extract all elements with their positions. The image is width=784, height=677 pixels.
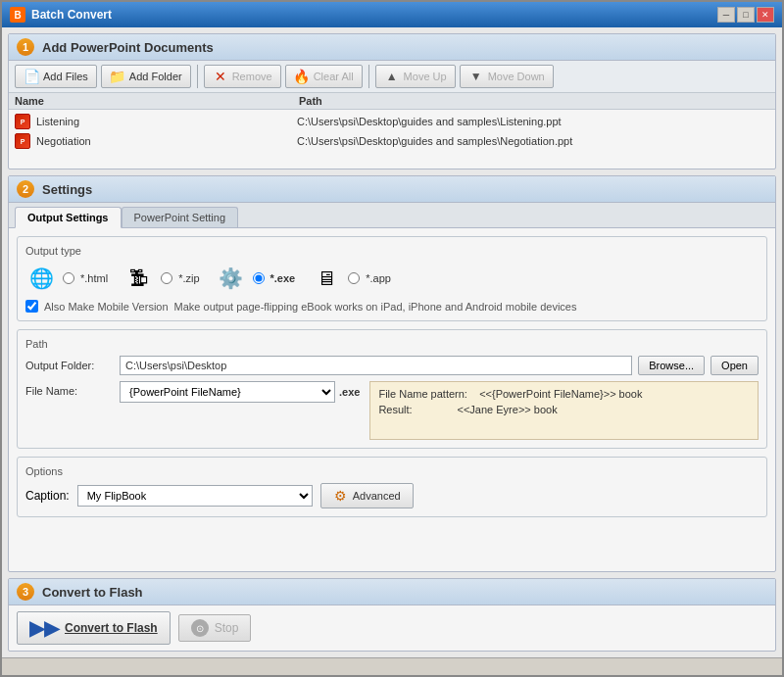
toolbar-separator2 bbox=[368, 65, 369, 88]
title-bar-left: B Batch Convert bbox=[10, 7, 112, 23]
minimize-button[interactable]: ─ bbox=[717, 7, 735, 23]
status-bar bbox=[2, 657, 782, 675]
radio-app-label: *.app bbox=[366, 272, 391, 284]
output-folder-input[interactable] bbox=[120, 356, 632, 375]
table-row[interactable]: P Listening C:\Users\psi\Desktop\guides … bbox=[9, 112, 775, 131]
radio-html[interactable] bbox=[63, 272, 74, 284]
file-list: P Listening C:\Users\psi\Desktop\guides … bbox=[9, 110, 775, 169]
add-folder-button[interactable]: 📁 Add Folder bbox=[101, 65, 191, 88]
col-path-header: Path bbox=[299, 95, 769, 107]
section3-number: 3 bbox=[17, 583, 34, 601]
pattern-name-row: File Name pattern: <<{PowerPoint FileNam… bbox=[378, 388, 750, 400]
convert-play-icon: ▶▶ bbox=[29, 616, 59, 640]
app-icon: B bbox=[10, 7, 25, 23]
output-type-radio-group: 🌐 *.html 🗜 *.zip ⚙️ *.exe bbox=[25, 263, 759, 294]
output-folder-label: Output Folder: bbox=[25, 360, 114, 371]
window-content: 1 Add PowerPoint Documents 📄 Add Files 📁… bbox=[2, 27, 782, 657]
add-folder-icon: 📁 bbox=[110, 69, 125, 84]
output-type-label: Output type bbox=[25, 245, 759, 257]
remove-button[interactable]: ✕ Remove bbox=[204, 65, 281, 88]
move-up-label: Move Up bbox=[404, 71, 447, 82]
add-files-label: Add Files bbox=[43, 71, 88, 82]
section1-number: 1 bbox=[17, 38, 34, 56]
caption-select[interactable]: My FlipBook bbox=[77, 485, 313, 507]
file-name-negotiation: Negotiation bbox=[36, 135, 291, 147]
browse-button[interactable]: Browse... bbox=[638, 356, 705, 375]
window-title: Batch Convert bbox=[31, 8, 112, 22]
radio-app[interactable] bbox=[348, 272, 360, 284]
section2-header: 2 Settings bbox=[9, 176, 775, 203]
filename-select[interactable]: {PowerPoint FileName} bbox=[120, 381, 335, 403]
convert-to-flash-button[interactable]: ▶▶ Convert to Flash bbox=[17, 611, 171, 645]
advanced-gear-icon: ⚙ bbox=[333, 488, 349, 504]
section1-toolbar: 📄 Add Files 📁 Add Folder ✕ Remove 🔥 Clea… bbox=[9, 61, 775, 93]
section3-title: Convert to Flash bbox=[42, 585, 143, 600]
convert-toolbar: ▶▶ Convert to Flash ⊙ Stop bbox=[9, 605, 775, 651]
pattern-label: File Name pattern: bbox=[378, 388, 476, 400]
maximize-button[interactable]: □ bbox=[737, 7, 755, 23]
ppt-icon: P bbox=[15, 133, 30, 149]
file-list-header: Name Path bbox=[9, 93, 775, 110]
section-add-documents: 1 Add PowerPoint Documents 📄 Add Files 📁… bbox=[8, 33, 776, 169]
col-name-header: Name bbox=[15, 95, 299, 107]
filename-row: File Name: {PowerPoint FileName} .exe Fi… bbox=[25, 381, 759, 440]
clear-all-label: Clear All bbox=[314, 71, 354, 82]
radio-item-app: 🖥 *.app bbox=[311, 263, 391, 294]
file-name-listening: Listening bbox=[36, 116, 291, 127]
advanced-button[interactable]: ⚙ Advanced bbox=[320, 483, 414, 508]
title-buttons: ─ □ ✕ bbox=[717, 7, 774, 23]
section2-title: Settings bbox=[42, 182, 92, 197]
stop-label: Stop bbox=[215, 621, 239, 635]
remove-icon: ✕ bbox=[213, 69, 228, 84]
zip-icon: 🗜 bbox=[123, 263, 155, 294]
section3-header: 3 Convert to Flash bbox=[9, 579, 775, 605]
file-path-negotiation: C:\Users\psi\Desktop\guides and samples\… bbox=[297, 135, 769, 147]
tab-powerpoint-setting[interactable]: PowerPoint Setting bbox=[122, 207, 239, 227]
output-folder-row: Output Folder: Browse... Open bbox=[25, 356, 759, 375]
open-button[interactable]: Open bbox=[710, 356, 759, 375]
add-files-button[interactable]: 📄 Add Files bbox=[15, 65, 97, 88]
stop-button[interactable]: ⊙ Stop bbox=[178, 614, 252, 642]
filename-pattern-box: File Name pattern: <<{PowerPoint FileNam… bbox=[369, 381, 759, 440]
html-icon: 🌐 bbox=[25, 263, 57, 294]
mobile-desc: Make output page-flipping eBook works on… bbox=[174, 301, 577, 313]
close-button[interactable]: ✕ bbox=[757, 7, 774, 23]
radio-exe-label: *.exe bbox=[270, 272, 296, 284]
main-window: B Batch Convert ─ □ ✕ 1 Add PowerPoint D… bbox=[0, 0, 784, 677]
section-settings: 2 Settings Output Settings PowerPoint Se… bbox=[8, 175, 776, 572]
filename-label: File Name: bbox=[25, 381, 114, 397]
clear-all-button[interactable]: 🔥 Clear All bbox=[285, 65, 363, 88]
toolbar-separator1 bbox=[197, 65, 198, 88]
result-row: Result: <<Jane Eyre>> book bbox=[378, 404, 750, 415]
exe-icon: ⚙️ bbox=[216, 263, 247, 294]
move-down-label: Move Down bbox=[488, 71, 545, 82]
convert-label: Convert to Flash bbox=[65, 621, 158, 635]
file-path-listening: C:\Users\psi\Desktop\guides and samples\… bbox=[297, 116, 769, 127]
path-section: Path Output Folder: Browse... Open File … bbox=[17, 329, 767, 449]
ppt-icon: P bbox=[15, 114, 30, 129]
filename-input-group: {PowerPoint FileName} .exe bbox=[120, 381, 360, 403]
clear-all-icon: 🔥 bbox=[294, 69, 310, 84]
radio-zip[interactable] bbox=[161, 272, 172, 284]
move-up-icon: ▲ bbox=[384, 69, 400, 84]
add-files-icon: 📄 bbox=[24, 69, 39, 84]
mobile-checkbox[interactable] bbox=[25, 300, 38, 313]
advanced-label: Advanced bbox=[353, 490, 401, 502]
result-value: <<Jane Eyre>> book bbox=[458, 404, 558, 415]
table-row[interactable]: P Negotiation C:\Users\psi\Desktop\guide… bbox=[9, 131, 775, 151]
radio-html-label: *.html bbox=[80, 272, 108, 284]
settings-tabs: Output Settings PowerPoint Setting bbox=[9, 203, 775, 228]
add-folder-label: Add Folder bbox=[129, 71, 182, 82]
result-label: Result: bbox=[378, 404, 454, 415]
pattern-value: <<{PowerPoint FileName}>> book bbox=[479, 388, 642, 400]
move-up-button[interactable]: ▲ Move Up bbox=[375, 65, 456, 88]
radio-zip-label: *.zip bbox=[178, 272, 199, 284]
options-label: Options bbox=[25, 465, 759, 477]
section1-header: 1 Add PowerPoint Documents bbox=[9, 34, 775, 61]
output-type-section: Output type 🌐 *.html 🗜 *.zip bbox=[17, 236, 767, 321]
radio-exe[interactable] bbox=[253, 272, 265, 284]
filename-ext: .exe bbox=[339, 386, 360, 398]
tab-output-settings[interactable]: Output Settings bbox=[15, 207, 122, 228]
stop-icon: ⊙ bbox=[191, 619, 209, 637]
move-down-button[interactable]: ▼ Move Down bbox=[460, 65, 554, 88]
